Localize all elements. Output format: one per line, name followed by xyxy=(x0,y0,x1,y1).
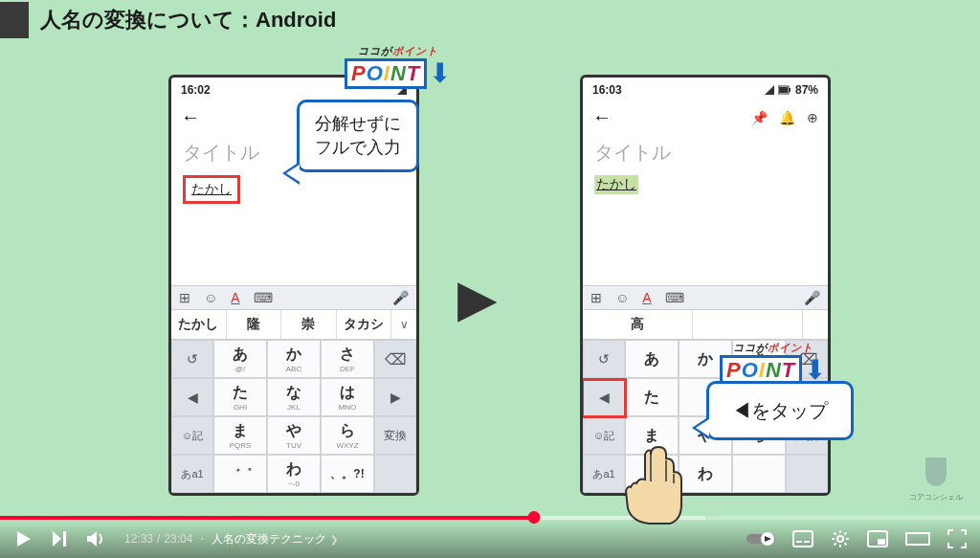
callout-1: 分解せずに フルで入力 xyxy=(297,100,419,172)
key-right-arrow[interactable]: ▶ xyxy=(374,378,416,416)
key-punct[interactable]: 、。?! xyxy=(321,455,374,493)
highlight-box-input: たかし xyxy=(183,175,240,204)
current-time: 12:33 xyxy=(124,532,153,546)
key-left-arrow[interactable]: ◀ xyxy=(171,378,213,416)
point-letters: ココがポイント POINT xyxy=(345,58,427,89)
suggestion-expand-icon[interactable]: ∨ xyxy=(391,310,416,339)
kb-toolbar: ⊞ ☺ A ⌨ 🎤 xyxy=(583,285,828,309)
fullscreen-button[interactable] xyxy=(947,529,967,548)
key-ra[interactable]: らWXYZ xyxy=(321,416,374,455)
status-time: 16:03 xyxy=(592,83,622,97)
note-title-placeholder: タイトル xyxy=(594,140,816,166)
status-icons: 87% xyxy=(765,83,818,97)
key-ta[interactable]: たGHI xyxy=(213,378,267,416)
key-a[interactable]: あ@/ xyxy=(213,340,267,378)
key-symbol[interactable]: ゛゜ xyxy=(213,455,267,493)
play-button[interactable] xyxy=(13,529,33,548)
kb-grid: ↺ あ@/ かABC さDEF ⌫ ◀ たGHI なJKL はMNO ▶ ☺記 … xyxy=(171,340,416,493)
back-icon[interactable]: ← xyxy=(592,106,612,128)
chapter-title[interactable]: 人名の変換テクニック xyxy=(212,531,326,547)
captions-button[interactable] xyxy=(792,530,813,547)
battery-percent: 87% xyxy=(795,83,818,97)
typed-text: たかし xyxy=(594,175,638,194)
suggestion[interactable]: 隆 xyxy=(227,310,282,339)
kb-emoji-icon[interactable]: ☺ xyxy=(204,290,217,305)
slide-title-bar: 人名の変換について：Android xyxy=(0,0,980,40)
key-punct[interactable] xyxy=(732,455,786,493)
kb-keyboard-icon[interactable]: ⌨ xyxy=(254,290,273,305)
settings-button[interactable] xyxy=(831,529,850,548)
theater-button[interactable] xyxy=(905,530,930,547)
suggestion[interactable] xyxy=(693,310,803,339)
key-na[interactable]: なJKL xyxy=(267,378,321,416)
callout-1-line1: 分解せずに xyxy=(315,112,401,136)
key-ma[interactable]: まPQRS xyxy=(213,416,267,455)
point-badge-1: ココがポイント POINT ⬇ xyxy=(345,57,451,89)
kb-emoji-icon[interactable]: ☺ xyxy=(615,290,629,305)
key-wa[interactable]: わ~-0 xyxy=(267,455,321,493)
key-reverse[interactable]: ↺ xyxy=(583,340,625,378)
key-ha[interactable]: はMNO xyxy=(321,378,374,416)
volume-button[interactable] xyxy=(86,529,107,548)
suggestion[interactable]: 崇 xyxy=(281,310,337,339)
typed-text: たかし xyxy=(189,180,234,199)
time-display: 12:33 / 23:04 ・ 人名の変換テクニック ❯ xyxy=(124,531,338,547)
app-header: ← 📌 🔔 ⊕ xyxy=(583,99,828,136)
suggestion[interactable]: たかし xyxy=(171,310,227,339)
point-pretext: ココがポイント xyxy=(358,44,438,58)
key-input-mode[interactable]: あa1 xyxy=(583,455,625,493)
key-backspace[interactable]: ⌫ xyxy=(374,340,416,378)
suggestion-expand-icon[interactable] xyxy=(803,310,828,339)
key-enter[interactable] xyxy=(786,455,828,493)
slide-title: 人名の変換について：Android xyxy=(29,0,347,40)
svg-rect-11 xyxy=(906,533,929,545)
key-convert[interactable]: 変換 xyxy=(374,416,416,455)
duration: 23:04 xyxy=(164,532,192,546)
status-bar: 16:03 87% xyxy=(583,78,828,99)
point-pretext: ココがポイント xyxy=(733,341,813,355)
autoplay-toggle[interactable] xyxy=(746,531,775,547)
key-input-mode[interactable]: あa1 xyxy=(171,455,213,493)
archive-icon[interactable]: ⊕ xyxy=(807,110,818,125)
title-marker xyxy=(0,2,29,38)
kb-mic-icon[interactable]: 🎤 xyxy=(392,290,409,305)
chapter-chevron-icon[interactable]: ❯ xyxy=(330,534,338,545)
signal-icon xyxy=(765,85,774,95)
key-sa[interactable]: さDEF xyxy=(321,340,374,378)
highlight-box-key xyxy=(581,378,627,418)
video-controls: 12:33 / 23:04 ・ 人名の変換テクニック ❯ xyxy=(0,520,980,558)
key-ya[interactable]: やTUV xyxy=(267,416,321,455)
kb-format-a[interactable]: A xyxy=(231,290,239,305)
callout-1-line2: フルで入力 xyxy=(315,136,401,160)
key-enter[interactable] xyxy=(374,455,416,493)
key-a[interactable]: あ xyxy=(625,340,679,378)
kb-mic-icon[interactable]: 🎤 xyxy=(804,290,820,305)
video-frame: 人名の変換について：Android 16:02 ← 📌 🔔 ⊕ タイトル たかし xyxy=(0,0,980,558)
transition-arrow-icon: ▶ xyxy=(457,268,498,328)
suggestion[interactable]: 高 xyxy=(583,310,693,339)
kb-format-a[interactable]: A xyxy=(642,290,651,305)
bell-icon[interactable]: 🔔 xyxy=(779,110,795,125)
kb-keyboard-icon[interactable]: ⌨ xyxy=(665,290,684,305)
key-ka[interactable]: かABC xyxy=(267,340,321,378)
key-reverse[interactable]: ↺ xyxy=(171,340,213,378)
svg-rect-2 xyxy=(789,88,791,92)
back-icon[interactable]: ← xyxy=(181,106,200,128)
key-emoji-mode[interactable]: ☺記 xyxy=(171,416,213,455)
pin-icon[interactable]: 📌 xyxy=(751,110,768,125)
miniplayer-button[interactable] xyxy=(867,530,888,547)
suggestion[interactable]: タカシ xyxy=(337,310,392,339)
next-button[interactable] xyxy=(50,529,69,548)
svg-rect-10 xyxy=(878,539,885,545)
svg-point-8 xyxy=(837,536,843,542)
watermark-text: コアコンシェル xyxy=(909,492,963,502)
kb-add-icon[interactable]: ⊞ xyxy=(590,290,602,305)
key-emoji-mode[interactable]: ☺記 xyxy=(583,416,625,455)
keyboard: ⊞ ☺ A ⌨ 🎤 たかし 隆 崇 タカシ ∨ ↺ あ@/ かABC さDEF … xyxy=(171,285,416,493)
callout-2: ◀をタップ xyxy=(706,381,854,440)
watermark: コアコンシェル xyxy=(909,456,963,502)
svg-rect-6 xyxy=(796,541,802,543)
key-ta[interactable]: た xyxy=(625,378,679,416)
kb-toolbar: ⊞ ☺ A ⌨ 🎤 xyxy=(171,285,416,309)
kb-add-icon[interactable]: ⊞ xyxy=(179,290,190,305)
